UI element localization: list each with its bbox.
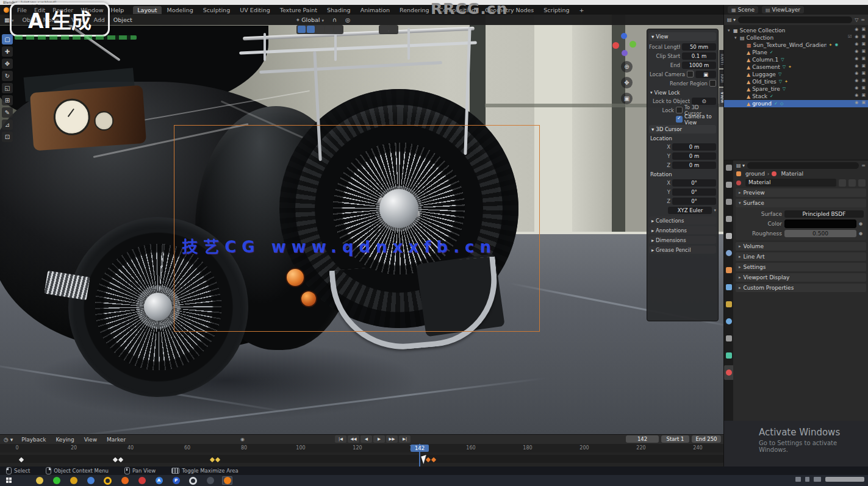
properties-tab-tool[interactable] — [724, 160, 733, 175]
shading-material-toggle[interactable] — [380, 26, 388, 33]
add-primitive-tool[interactable]: ⊡ — [2, 132, 13, 142]
disable-render-camera-icon[interactable]: ▣ — [861, 56, 866, 61]
properties-tab-physics[interactable] — [724, 314, 733, 329]
outliner-row-column-1[interactable]: ▲Column.1▽◉▣ — [724, 56, 868, 63]
material-specials-button[interactable] — [858, 179, 866, 187]
hide-eye-icon[interactable]: ◉ — [855, 100, 858, 105]
tray-clock[interactable] — [825, 477, 864, 482]
outliner-row-sun-texture-wind-gradient[interactable]: ▩Sun_Texture_Wind_Gradient✦✺◉▣ — [724, 41, 868, 49]
outliner-row-stack[interactable]: ▲Stack✓◉▣ — [724, 93, 868, 100]
play-reverse-button[interactable]: ◀ — [360, 435, 372, 443]
hide-eye-icon[interactable]: ◉ — [855, 34, 858, 39]
taskbar-app-app-orange[interactable] — [120, 476, 130, 485]
select-box-tool[interactable]: ▢ — [2, 34, 13, 45]
navigation-gizmo[interactable] — [612, 33, 637, 57]
pan-view-button[interactable]: ✥ — [621, 77, 633, 88]
properties-tab-render[interactable] — [724, 177, 733, 192]
workspace-tab-animation[interactable]: Animation — [356, 6, 394, 14]
outliner-row-old-tires[interactable]: ▲Old_tires▽✦◉▣ — [724, 78, 868, 85]
focal-length-field[interactable]: 50 mm — [682, 43, 716, 51]
timeline-menu-keying[interactable]: Keying — [51, 437, 79, 443]
cursor-rot-x[interactable]: 0° — [672, 179, 716, 187]
clip-start-field[interactable]: 0.1 m — [682, 52, 716, 60]
npanel-section-collections[interactable]: ▸ Collections — [649, 216, 716, 224]
render-region-checkbox[interactable] — [709, 80, 716, 87]
hide-eye-icon[interactable]: ◉ — [855, 93, 858, 98]
disable-render-camera-icon[interactable]: ▣ — [861, 93, 866, 98]
rotate-tool[interactable]: ↻ — [2, 71, 13, 81]
jump-to-start-button[interactable]: |◀ — [335, 435, 346, 443]
timeline-ruler[interactable]: 020406080100120140160180200220240 — [0, 444, 723, 452]
viewport-3d[interactable]: 技艺CG www.qdnxxfb.cn ▦ ▾ Object Mode ▾ Vi… — [0, 15, 723, 434]
workspace-tab-modeling[interactable]: Modeling — [163, 6, 198, 14]
timeline-keyframe-channel[interactable] — [0, 452, 723, 467]
outliner-row-spare-tire[interactable]: ▲Spare_tire▽◉▣ — [724, 85, 868, 93]
transform-orientation-dropdown[interactable]: ⌖ Global ▾ — [292, 16, 328, 24]
rotation-order-dropdown[interactable]: XYZ Euler — [668, 207, 712, 214]
npanel-section-grease-pencil[interactable]: ▸ Grease Pencil — [649, 246, 716, 254]
properties-tab-object[interactable] — [724, 263, 733, 277]
hide-eye-icon[interactable]: ◉ — [855, 85, 858, 90]
timeline-editor-icon[interactable]: ◷ ▾ — [0, 437, 16, 443]
lock-3d-cursor-checkbox[interactable] — [676, 107, 683, 113]
gizmo-axis-z[interactable] — [621, 33, 627, 39]
hide-eye-icon[interactable]: ◉ — [855, 63, 858, 68]
properties-tab-view-layer[interactable] — [724, 212, 733, 226]
xray-toggle[interactable] — [316, 26, 324, 33]
hide-eye-icon[interactable]: ◉ — [855, 49, 858, 54]
properties-tab-modifiers[interactable] — [724, 280, 733, 295]
jump-to-end-button[interactable]: ▶| — [399, 435, 411, 443]
measure-tool[interactable]: ⊿ — [2, 120, 13, 130]
show-overlays-toggle[interactable] — [307, 26, 315, 33]
play-button[interactable]: ▶ — [373, 435, 385, 443]
workspace-tab-shading[interactable]: Shading — [323, 6, 355, 14]
hide-eye-icon[interactable]: ◉ — [855, 27, 858, 32]
properties-editor-icon[interactable]: ▤ ▾ — [736, 163, 745, 168]
properties-tab-material[interactable] — [724, 365, 733, 380]
outliner-row-plane[interactable]: ▲Plane✓◉▣ — [724, 49, 868, 56]
workspace-tab-rendering[interactable]: Rendering — [395, 6, 434, 14]
taskbar-app-steam[interactable] — [188, 476, 198, 485]
cursor-tool[interactable]: ✚ — [2, 46, 13, 57]
frame-end-field[interactable]: End 250 — [692, 435, 721, 443]
snap-magnet-icon[interactable]: ∩ — [328, 16, 341, 23]
section-viewport-display[interactable]: ▸Viewport Display — [736, 273, 866, 282]
lock-camera-to-view-checkbox[interactable] — [676, 116, 683, 123]
proportional-edit-icon[interactable]: ◎ — [341, 16, 354, 23]
start-button[interactable] — [6, 477, 12, 484]
disable-render-camera-icon[interactable]: ▣ — [861, 85, 866, 90]
timeline-menu-marker[interactable]: Marker — [102, 437, 131, 443]
disable-render-camera-icon[interactable]: ▣ — [861, 63, 866, 68]
hide-eye-icon[interactable]: ◉ — [855, 41, 858, 46]
viewport-3d-scene[interactable]: 技艺CG www.qdnxxfb.cn — [0, 15, 723, 434]
workspace-tab-scripting[interactable]: Scripting — [539, 6, 573, 14]
surface-shader-dropdown[interactable]: Principled BSDF — [784, 210, 864, 218]
section-preview[interactable]: ▸Preview — [736, 188, 866, 197]
material-name-field[interactable]: Material — [745, 179, 836, 187]
breadcrumb-material[interactable]: Material — [781, 171, 803, 177]
taskbar-app-app-p[interactable]: P — [171, 476, 181, 485]
filter-funnel-icon[interactable]: ▽ — [855, 17, 858, 23]
properties-filter-icon[interactable]: ≡ — [861, 163, 866, 168]
tray-battery-icon[interactable] — [814, 477, 821, 482]
disable-render-camera-icon[interactable]: ▣ — [861, 71, 866, 76]
tray-volume-icon[interactable] — [805, 477, 809, 482]
properties-tab-scene[interactable] — [724, 229, 733, 243]
base-color-swatch[interactable] — [784, 220, 856, 228]
workspace-tab-layout[interactable]: Layout — [133, 6, 161, 14]
system-tray[interactable] — [795, 477, 864, 482]
timeline-menu-playback[interactable]: Playback — [16, 437, 51, 443]
hide-eye-icon[interactable]: ◉ — [855, 56, 858, 61]
shading-rendered-toggle[interactable] — [389, 26, 397, 33]
section-line-art[interactable]: ▸Line Art — [736, 252, 866, 261]
hide-eye-icon[interactable]: ◉ — [855, 71, 858, 76]
workspace-tab-item[interactable]: + — [575, 6, 589, 14]
menu-help[interactable]: Help — [107, 7, 128, 13]
local-camera-checkbox[interactable] — [687, 71, 694, 77]
disable-render-camera-icon[interactable]: ▣ — [861, 49, 866, 54]
npanel-section-annotations[interactable]: ▸ Annotations — [649, 226, 716, 234]
new-material-button[interactable] — [839, 179, 846, 187]
outliner-row-collection[interactable]: ▾▤Collection☑◉▣ — [724, 34, 868, 41]
shading-solid-toggle[interactable] — [334, 26, 342, 33]
taskbar-app-wechat[interactable] — [51, 476, 62, 485]
